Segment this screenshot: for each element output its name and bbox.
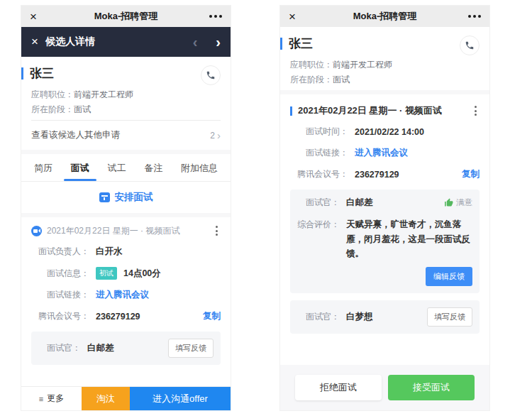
evaluation-text: 天赋异禀，旷世奇才，沉鱼落雁，闭月羞花，这是一段面试反馈。	[346, 217, 472, 261]
interview-info-row: 面试信息： 初试 14点00分	[31, 267, 221, 280]
other-applications-row[interactable]: 查看该候选人其他申请 2 ›	[21, 121, 231, 150]
feedback-box-pending: 面试官： 白梦想 填写反馈	[290, 300, 480, 334]
card-menu-icon[interactable]	[213, 224, 221, 237]
detail-tabs: 简历 面试 试工 备注 附加信息	[21, 154, 231, 182]
right-screen: × Moka-招聘管理 张三 应聘职位：前端开发工程师 所在阶段：面试	[280, 6, 489, 410]
schedule-interview-button[interactable]: 安排面试	[21, 182, 231, 213]
candidate-summary: 张三 应聘职位：前端开发工程师 所在阶段：面试	[21, 57, 231, 120]
candidate-name: 张三	[30, 65, 54, 82]
other-applications-label: 查看该候选人其他申请	[31, 129, 120, 141]
interview-time: 2021/02/22 14:00	[355, 127, 424, 137]
phone-icon	[465, 40, 475, 50]
meeting-id: 236279129	[355, 170, 399, 180]
candidate-name: 张三	[289, 35, 313, 52]
feedback-box-completed: 面试官： 白邮差 满意 综合评价： 天赋异禀，旷世奇才，沉鱼落雁，闭月羞花，这是…	[290, 190, 480, 293]
accept-interview-button[interactable]: 接受面试	[388, 375, 475, 400]
left-action-bar: ≡ 更多 淘汰 进入沟通offer	[21, 386, 231, 410]
interviewer-name: 白邮差	[87, 342, 114, 354]
join-meeting-link[interactable]: 进入腾讯会议	[96, 289, 149, 301]
copy-meeting-id-link[interactable]: 复制	[203, 310, 221, 322]
eliminate-button[interactable]: 淘汰	[82, 387, 130, 410]
tab-extra-info[interactable]: 附加信息	[179, 154, 219, 181]
tab-notes[interactable]: 备注	[143, 154, 164, 181]
edit-feedback-button[interactable]: 编辑反馈	[426, 267, 472, 286]
position-row: 应聘职位：前端开发工程师	[290, 58, 480, 72]
app-title: Moka-招聘管理	[21, 10, 231, 23]
left-screen: × Moka-招聘管理 × 候选人详情 ‹ › 张三 应聘职位：前端	[21, 6, 231, 410]
round-badge: 初试	[96, 267, 117, 280]
interviewer-feedback-box: 面试官： 白邮差 填写反馈	[31, 332, 221, 365]
more-menu-icon[interactable]	[468, 15, 481, 18]
fill-feedback-button[interactable]: 填写反馈	[427, 307, 472, 327]
card-menu-icon[interactable]	[472, 104, 480, 117]
prev-candidate-icon[interactable]: ‹	[193, 35, 198, 49]
menu-bars-icon: ≡	[39, 395, 43, 403]
schedule-interview-label: 安排面试	[115, 191, 153, 204]
tab-resume[interactable]: 简历	[33, 154, 54, 181]
meeting-id-row: 腾讯会议号： 236279129 复制	[290, 168, 480, 180]
accent-bar	[290, 106, 292, 116]
accent-bar	[21, 67, 23, 80]
next-candidate-icon[interactable]: ›	[216, 35, 221, 49]
interview-owner-row: 面试负责人： 白开水	[31, 246, 221, 258]
navbar-title: 候选人详情	[45, 35, 95, 48]
tab-trial[interactable]: 试工	[106, 154, 128, 181]
position-row: 应聘职位：前端开发工程师	[31, 87, 221, 102]
more-actions-button[interactable]: ≡ 更多	[21, 387, 82, 410]
stage-row: 所在阶段：面试	[290, 72, 480, 87]
interview-owner: 白开水	[96, 246, 123, 258]
video-interview-icon	[31, 226, 42, 236]
phone-icon	[206, 70, 216, 80]
candidate-summary: 张三 应聘职位：前端开发工程师 所在阶段：面试	[280, 27, 489, 90]
interview-link-row: 面试链接： 进入腾讯会议	[31, 289, 221, 301]
app-title: Moka-招聘管理	[280, 10, 489, 23]
call-candidate-button[interactable]	[460, 35, 480, 55]
join-meeting-link[interactable]: 进入腾讯会议	[355, 147, 408, 159]
interview-date: 2021年02月22日 星期一 · 视频面试	[298, 104, 442, 117]
interviewer-name: 白邮差	[346, 197, 373, 209]
rating-label: 满意	[456, 197, 472, 208]
meeting-id-row: 腾讯会议号： 236279129 复制	[31, 310, 221, 322]
right-wechat-header: × Moka-招聘管理	[280, 6, 489, 27]
close-icon[interactable]: ×	[289, 11, 296, 23]
navbar-close-icon[interactable]: ×	[31, 35, 38, 49]
evaluation-row: 综合评价： 天赋异禀，旷世奇才，沉鱼落雁，闭月羞花，这是一段面试反馈。	[297, 217, 472, 261]
left-wechat-header: × Moka-招聘管理	[21, 6, 231, 27]
other-applications-count: 2	[210, 131, 215, 141]
interview-time: 14点00分	[123, 268, 161, 280]
interview-time-row: 面试时间： 2021/02/22 14:00	[290, 126, 480, 138]
more-menu-icon[interactable]	[209, 15, 222, 18]
calendar-icon	[99, 192, 110, 202]
stage-row: 所在阶段：面试	[31, 102, 221, 117]
chevron-right-icon: ›	[217, 130, 221, 141]
copy-meeting-id-link[interactable]: 复制	[462, 168, 480, 180]
fill-feedback-button[interactable]: 填写反馈	[168, 339, 214, 358]
thumbs-up-icon	[444, 198, 453, 207]
tab-interview[interactable]: 面试	[70, 154, 91, 181]
meeting-id: 236279129	[96, 312, 140, 322]
reject-interview-button[interactable]: 拒绝面试	[295, 375, 382, 400]
accent-bar	[280, 38, 282, 50]
candidate-detail-navbar: × 候选人详情 ‹ ›	[21, 27, 231, 57]
screenshot-canvas: × Moka-招聘管理 × 候选人详情 ‹ › 张三 应聘职位：前端	[0, 0, 532, 416]
interviewer-name: 白梦想	[346, 311, 373, 323]
interview-card: 2021年02月22日 星期一 · 视频面试 面试负责人： 白开水 面试信息： …	[21, 217, 231, 322]
interview-link-row: 面试链接： 进入腾讯会议	[290, 147, 480, 159]
call-candidate-button[interactable]	[201, 65, 221, 85]
interview-card: 2021年02月22日 星期一 · 视频面试 面试时间： 2021/02/22 …	[280, 94, 489, 180]
enter-offer-button[interactable]: 进入沟通offer	[130, 387, 231, 410]
decision-bar: 拒绝面试 接受面试	[280, 365, 489, 410]
interview-date: 2021年02月22日 星期一 · 视频面试	[47, 225, 179, 237]
close-icon[interactable]: ×	[30, 11, 37, 23]
